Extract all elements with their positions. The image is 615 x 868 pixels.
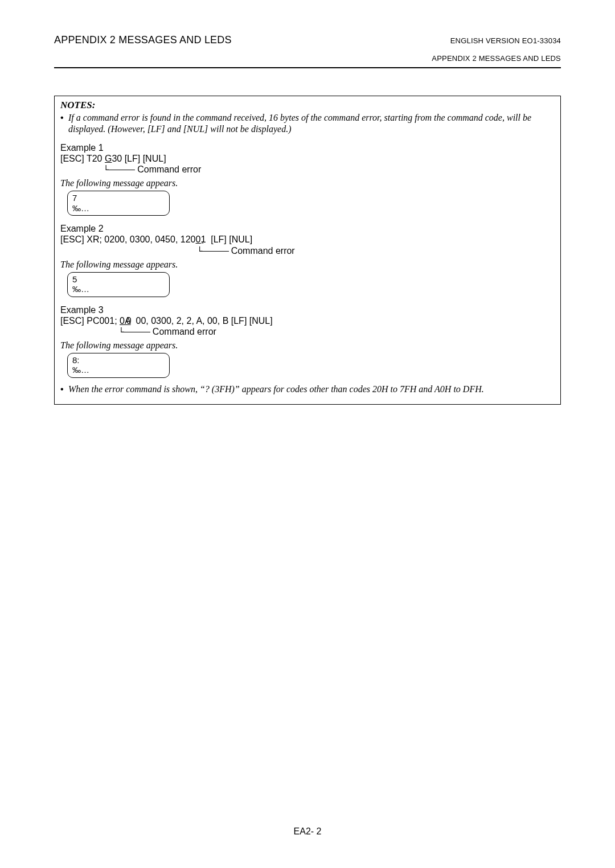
header-right: ENGLISH VERSION EO1-33034 — [450, 36, 561, 45]
page-content: APPENDIX 2 MESSAGES AND LEDS ENGLISH VER… — [0, 0, 615, 405]
ex3-display-row2: ‰… — [72, 365, 165, 375]
ex1-cmd-error-char: G — [105, 154, 112, 163]
ex2-cmd-post: [LF] [NUL] — [208, 235, 252, 244]
example-1-label: Example 1 — [60, 143, 555, 153]
header-rule — [54, 67, 561, 68]
ex2-arrow-indent — [60, 246, 197, 256]
ex1-display-box: 7 ‰… — [67, 191, 170, 216]
ex2-cmd-overlay: 1 — [201, 235, 206, 244]
ex1-arrow-line: └Command error — [60, 164, 555, 176]
notes-bullet-2: • When the error command is shown, “? (3… — [60, 384, 555, 395]
ex2-arrow-line: └Command error — [60, 245, 555, 257]
header-left: APPENDIX 2 MESSAGES AND LEDS — [54, 34, 232, 46]
ex2-cmd-pre: [ESC] XR; 0200, 0300, 0450, 120 — [60, 235, 196, 244]
ex3-display-row1: 8: — [72, 355, 165, 365]
ex3-arrow-indent — [60, 327, 118, 336]
ex2-following-text: The following message appears. — [60, 260, 555, 270]
example-1-cmd: [ESC] T20 G30 [LF] [NUL] └Command error — [60, 153, 555, 176]
page-header: APPENDIX 2 MESSAGES AND LEDS ENGLISH VER… — [54, 34, 561, 46]
notes-heading: NOTES: — [60, 100, 555, 111]
ex1-following-text: The following message appears. — [60, 178, 555, 188]
ex2-display-box: 5 ‰… — [67, 272, 170, 297]
ex1-display-row2: ‰… — [72, 203, 165, 213]
arrow-dash-icon — [123, 332, 150, 332]
arrow-dash-icon — [108, 170, 135, 170]
ex1-arrow-indent — [60, 164, 104, 174]
ex3-arrow-label: Command error — [153, 327, 216, 336]
ex3-cmd-pre: [ESC] PC001; — [60, 316, 120, 326]
bullet-dot: • — [60, 112, 68, 135]
example-2-label: Example 2 — [60, 224, 555, 234]
ex1-display-row1: 7 — [72, 193, 165, 203]
ex2-display-row1: 5 — [72, 274, 165, 284]
page-number: EA2- 2 — [0, 826, 615, 837]
ex3-display-box: 8: ‰… — [67, 353, 170, 378]
notes-box: NOTES: • If a command error is found in … — [54, 96, 561, 405]
ex1-cmd-post: 30 [LF] [NUL] — [112, 154, 166, 163]
header-sub: APPENDIX 2 MESSAGES AND LEDS — [54, 54, 561, 63]
arrow-dash-icon — [202, 251, 229, 252]
example-2-cmd: [ESC] XR; 0200, 0300, 0450, 1200,1 [LF] … — [60, 234, 555, 257]
ex2-arrow-label: Command error — [231, 246, 295, 256]
ex1-arrow-label: Command error — [137, 164, 201, 174]
notes-bullet-1: • If a command error is found in the com… — [60, 112, 555, 135]
ex3-cmd-overlay: 0 — [126, 316, 132, 326]
ex1-cmd-pre: [ESC] T20 — [60, 154, 105, 163]
notes-bullet-2-text: When the error command is shown, “? (3FH… — [68, 384, 555, 395]
ex2-display-row2: ‰… — [72, 284, 165, 294]
notes-bullet-1-text: If a command error is found in the comma… — [68, 112, 555, 135]
example-3-cmd: [ESC] PC001; 0A000, 0300, 2, 2, A, 00, B… — [60, 315, 555, 338]
ex3-following-text: The following message appears. — [60, 340, 555, 351]
ex3-cmd-post: 00, 0300, 2, 2, A, 00, B [LF] [NUL] — [136, 316, 273, 326]
example-3-label: Example 3 — [60, 305, 555, 315]
bullet-dot: • — [60, 384, 68, 395]
ex3-arrow-line: └Command error — [60, 326, 555, 338]
